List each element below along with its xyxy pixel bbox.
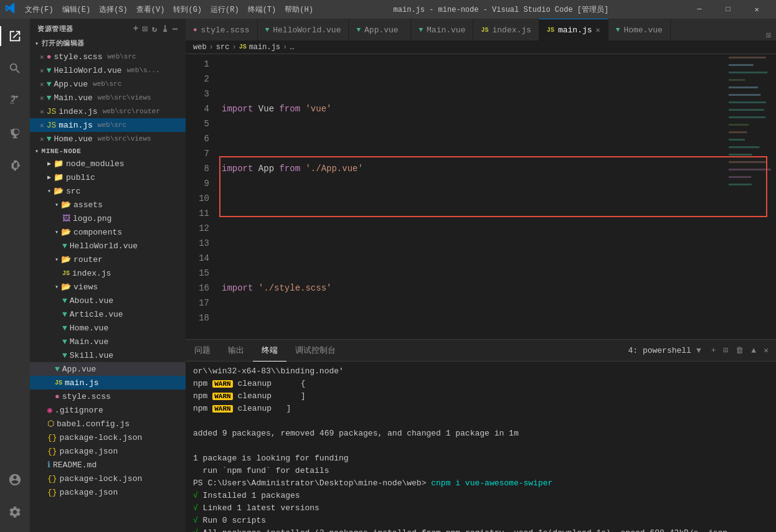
- project-section[interactable]: ▾ MINE-NODE: [30, 146, 186, 157]
- json-icon: {}: [47, 447, 57, 456]
- tree-gitignore[interactable]: ◉ .gitignore: [30, 403, 186, 417]
- terminal-tab-problems[interactable]: 问题: [186, 340, 219, 362]
- tree-helloworld[interactable]: ▼ HelloWorld.vue: [30, 239, 186, 253]
- more-icon[interactable]: ⋯: [173, 24, 178, 34]
- tree-package-lock[interactable]: {} package-lock.json: [30, 431, 186, 444]
- new-folder-icon[interactable]: ⊡: [143, 24, 148, 34]
- menu-view[interactable]: 查看(V): [133, 3, 169, 16]
- menu-run[interactable]: 运行(R): [207, 3, 243, 16]
- terminal-content[interactable]: or\\win32-x64-83\\binding.node' npm WARN…: [186, 362, 776, 532]
- tab-label: 输出: [228, 345, 244, 356]
- tree-main-vue[interactable]: ▼ Main.vue: [30, 335, 186, 348]
- breadcrumb-file[interactable]: main.js: [249, 43, 280, 52]
- search-icon[interactable]: [0, 54, 30, 83]
- menu-help[interactable]: 帮助(H): [281, 3, 317, 16]
- open-file-index[interactable]: ✕ JS index.js web\src\router: [30, 105, 186, 118]
- tab-style-scss[interactable]: ● style.scss: [186, 19, 258, 40]
- code-line-2: import App from './App.vue': [222, 161, 726, 176]
- open-file-helloworld[interactable]: ✕ ▼ HelloWorld.vue web\s...: [30, 63, 186, 77]
- menu-goto[interactable]: 转到(G): [169, 3, 206, 16]
- terminal-line: [193, 440, 769, 452]
- tree-about[interactable]: ▼ About.vue: [30, 294, 186, 307]
- folder-icon: 📁: [54, 172, 64, 182]
- split-terminal-icon[interactable]: ⊡: [721, 344, 731, 357]
- tree-style-scss[interactable]: ● style.scss: [30, 390, 186, 403]
- tree-package-json[interactable]: {} package.json: [30, 444, 186, 458]
- tree-logo[interactable]: 🖼 logo.png: [30, 212, 186, 225]
- kill-terminal-icon[interactable]: 🗑: [733, 345, 746, 357]
- vue-icon: ▼: [62, 351, 67, 360]
- refresh-icon[interactable]: ↻: [152, 24, 158, 34]
- tree-assets[interactable]: ▾ 📂 assets: [30, 198, 186, 212]
- close-panel-icon[interactable]: ✕: [761, 344, 771, 357]
- tab-close-button[interactable]: ✕: [596, 26, 600, 35]
- tree-main-js[interactable]: JS main.js: [30, 376, 186, 390]
- tree-node-modules[interactable]: ▶ 📁 node_modules: [30, 157, 186, 170]
- maximize-button[interactable]: □: [714, 0, 742, 19]
- tree-package-json2[interactable]: {} package.json: [30, 485, 186, 499]
- close-icon[interactable]: ✕: [40, 53, 44, 61]
- tab-index-js[interactable]: JS index.js: [473, 19, 539, 40]
- tab-app-vue[interactable]: ▼ App.vue: [349, 19, 411, 40]
- tree-readme[interactable]: ℹ README.md: [30, 458, 186, 472]
- tree-index-js[interactable]: JS index.js: [30, 266, 186, 280]
- tab-helloworld[interactable]: ▼ HelloWorld.vue: [258, 19, 349, 40]
- close-button[interactable]: ✕: [742, 0, 771, 19]
- open-file-main-js[interactable]: ✕ JS main.js web\src: [30, 118, 186, 132]
- tree-components[interactable]: ▾ 📂 components: [30, 225, 186, 239]
- terminal-tab-terminal[interactable]: 终端: [253, 340, 286, 362]
- split-editor-icon[interactable]: ⊡: [761, 30, 776, 40]
- open-file-style[interactable]: ✕ ● style.scss web\src: [30, 50, 186, 63]
- file-label: Home.vue: [70, 324, 108, 333]
- menu-edit[interactable]: 编辑(E): [59, 3, 95, 16]
- close-icon[interactable]: ✕: [40, 94, 44, 102]
- tree-src[interactable]: ▾ 📂 src: [30, 184, 186, 198]
- tab-main-js[interactable]: JS main.js ✕: [539, 19, 608, 40]
- open-file-home[interactable]: ✕ ▼ Home.vue web\src\views: [30, 132, 186, 146]
- debug-icon[interactable]: [0, 118, 30, 148]
- file-label: README.md: [53, 460, 97, 470]
- open-file-app[interactable]: ✕ ▼ App.vue web\src: [30, 77, 186, 91]
- tree-package-lock2[interactable]: {} package-lock.json: [30, 472, 186, 485]
- tree-home-vue[interactable]: ▼ Home.vue: [30, 321, 186, 335]
- menu-file[interactable]: 文件(F): [21, 3, 57, 16]
- source-control-icon[interactable]: [0, 86, 30, 116]
- close-icon[interactable]: ✕: [40, 67, 44, 75]
- close-icon[interactable]: ✕: [40, 108, 44, 116]
- explorer-icon[interactable]: [0, 21, 30, 51]
- collapse-icon[interactable]: ⤓: [161, 24, 169, 34]
- open-editors-section[interactable]: ▾ 打开的编辑器: [30, 37, 186, 50]
- code-editor[interactable]: 12345 678910 1112131415 161718 import Vu…: [186, 54, 726, 339]
- open-file-main-vue[interactable]: ✕ ▼ Main.vue web\src\views: [30, 91, 186, 105]
- menu-terminal[interactable]: 终端(T): [244, 3, 280, 16]
- tree-public[interactable]: ▶ 📁 public: [30, 170, 186, 184]
- tree-skill[interactable]: ▼ Skill.vue: [30, 348, 186, 362]
- tree-app-vue[interactable]: ▼ App.vue: [30, 362, 186, 376]
- tree-babel[interactable]: ⬡ babel.config.js: [30, 417, 186, 431]
- terminal-line: [193, 415, 769, 427]
- close-icon[interactable]: ✕: [40, 80, 44, 88]
- terminal-tab-output[interactable]: 输出: [219, 340, 253, 362]
- tab-main-vue[interactable]: ▼ Main.vue: [411, 19, 473, 40]
- settings-icon[interactable]: [0, 497, 30, 527]
- extensions-icon[interactable]: [0, 151, 30, 180]
- new-terminal-icon[interactable]: +: [709, 345, 719, 357]
- tree-router[interactable]: ▾ 📂 router: [30, 253, 186, 266]
- folder-label: public: [66, 173, 95, 182]
- tab-home-vue[interactable]: ▼ Home.vue: [608, 19, 671, 40]
- breadcrumb-more[interactable]: …: [290, 43, 294, 52]
- menu-select[interactable]: 选择(S): [95, 3, 131, 16]
- terminal-dropdown[interactable]: 4: powershell ▼: [625, 343, 706, 358]
- new-file-icon[interactable]: +: [133, 24, 139, 34]
- close-icon[interactable]: ✕: [40, 135, 44, 143]
- terminal-tab-debug[interactable]: 调试控制台: [286, 340, 344, 362]
- breadcrumb-src[interactable]: src: [216, 43, 230, 52]
- maximize-panel-icon[interactable]: ▲: [749, 345, 759, 357]
- tree-article[interactable]: ▼ Article.vue: [30, 307, 186, 321]
- accounts-icon[interactable]: [0, 465, 30, 495]
- minimize-button[interactable]: —: [685, 0, 714, 19]
- tree-views[interactable]: ▾ 📂 views: [30, 280, 186, 294]
- close-icon[interactable]: ✕: [40, 121, 44, 129]
- vue-icon: ▼: [62, 324, 67, 333]
- breadcrumb-web[interactable]: web: [193, 43, 207, 52]
